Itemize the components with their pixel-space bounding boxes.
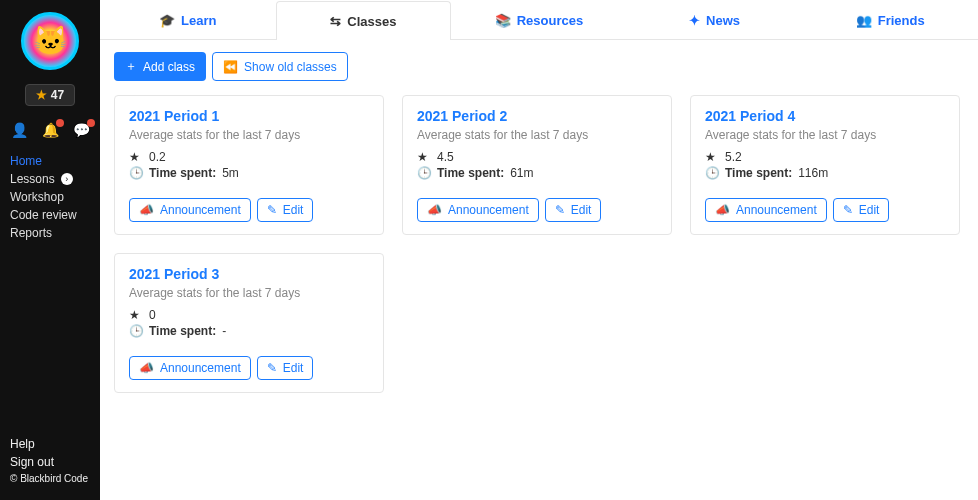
chevron-right-icon: › [61,173,73,185]
tab-learn[interactable]: 🎓Learn [100,0,276,39]
star-icon: ★ [129,150,143,164]
star-icon: ★ [129,308,143,322]
star-icon: ★ [705,150,719,164]
class-title[interactable]: 2021 Period 4 [705,108,945,124]
card-actions: 📣 Announcement ✎ Edit [417,198,657,222]
show-old-classes-button[interactable]: ⏪Show old classes [212,52,348,81]
clock-icon: 🕒 [129,166,143,180]
megaphone-icon: 📣 [139,203,154,217]
class-subtitle: Average stats for the last 7 days [129,286,369,300]
edit-button[interactable]: ✎ Edit [257,356,314,380]
points-badge[interactable]: ★ 47 [25,84,75,106]
top-icon-row: 👤 🔔 💬 [0,118,100,152]
megaphone-icon: 📣 [715,203,730,217]
profile-icon[interactable]: 👤 [11,122,28,138]
clock-icon: 🕒 [129,324,143,338]
tab-friends[interactable]: 👥Friends [802,0,978,39]
rating-value: 0.2 [149,150,166,164]
megaphone-icon: 📣 [427,203,442,217]
nav-signout[interactable]: Sign out [10,453,90,471]
toolbar: ＋Add class ⏪Show old classes [114,52,964,81]
rating-value: 5.2 [725,150,742,164]
tab-news[interactable]: ✦News [627,0,803,39]
pencil-icon: ✎ [843,203,853,217]
announcement-button[interactable]: 📣 Announcement [417,198,539,222]
class-card: 2021 Period 1 Average stats for the last… [114,95,384,235]
content: ＋Add class ⏪Show old classes 2021 Period… [100,40,978,405]
class-cards: 2021 Period 1 Average stats for the last… [114,95,964,393]
star-icon: ★ [417,150,431,164]
time-label: Time spent: [725,166,792,180]
time-value: 5m [222,166,239,180]
time-label: Time spent: [149,166,216,180]
time-value: - [222,324,226,338]
message-dot [87,119,95,127]
class-subtitle: Average stats for the last 7 days [417,128,657,142]
sidebar: ★ 47 👤 🔔 💬 Home Lessons › Workshop Code … [0,0,100,500]
nav-help[interactable]: Help [10,435,90,453]
announcement-button[interactable]: 📣 Announcement [129,198,251,222]
people-icon: 👥 [856,13,872,28]
tab-resources[interactable]: 📚Resources [451,0,627,39]
megaphone-icon: 📣 [139,361,154,375]
star-icon: ★ [36,88,47,102]
class-subtitle: Average stats for the last 7 days [705,128,945,142]
time-row: 🕒 Time spent: 116m [705,166,945,180]
time-row: 🕒 Time spent: - [129,324,369,338]
time-label: Time spent: [437,166,504,180]
class-title[interactable]: 2021 Period 1 [129,108,369,124]
time-value: 61m [510,166,533,180]
rating-value: 4.5 [437,150,454,164]
nav-home[interactable]: Home [10,152,90,170]
rewind-icon: ⏪ [223,60,238,74]
add-class-button[interactable]: ＋Add class [114,52,206,81]
rating-row: ★ 5.2 [705,150,945,164]
time-label: Time spent: [149,324,216,338]
card-actions: 📣 Announcement ✎ Edit [705,198,945,222]
avatar[interactable] [21,12,79,70]
class-card: 2021 Period 2 Average stats for the last… [402,95,672,235]
announcement-button[interactable]: 📣 Announcement [129,356,251,380]
nav-lessons[interactable]: Lessons › [10,170,90,188]
graduation-cap-icon: 🎓 [159,13,175,28]
class-title[interactable]: 2021 Period 3 [129,266,369,282]
plus-icon: ＋ [125,58,137,75]
points-value: 47 [51,88,64,102]
nav-list: Home Lessons › Workshop Code review Repo… [0,152,100,242]
books-icon: 📚 [495,13,511,28]
edit-button[interactable]: ✎ Edit [833,198,890,222]
announcement-button[interactable]: 📣 Announcement [705,198,827,222]
class-title[interactable]: 2021 Period 2 [417,108,657,124]
notification-dot [56,119,64,127]
sparkle-icon: ✦ [689,13,700,28]
pencil-icon: ✎ [555,203,565,217]
notifications-icon[interactable]: 🔔 [42,122,59,138]
card-actions: 📣 Announcement ✎ Edit [129,356,369,380]
rating-row: ★ 4.5 [417,150,657,164]
nav-reports[interactable]: Reports [10,224,90,242]
class-subtitle: Average stats for the last 7 days [129,128,369,142]
time-row: 🕒 Time spent: 61m [417,166,657,180]
class-card: 2021 Period 3 Average stats for the last… [114,253,384,393]
class-card: 2021 Period 4 Average stats for the last… [690,95,960,235]
clock-icon: 🕒 [705,166,719,180]
avatar-container [0,8,100,78]
pencil-icon: ✎ [267,361,277,375]
tab-classes[interactable]: ⇆Classes [276,1,452,40]
rating-row: ★ 0 [129,308,369,322]
tabs: 🎓Learn ⇆Classes 📚Resources ✦News 👥Friend… [100,0,978,40]
time-value: 116m [798,166,828,180]
nav-workshop[interactable]: Workshop [10,188,90,206]
messages-icon[interactable]: 💬 [73,122,90,138]
time-row: 🕒 Time spent: 5m [129,166,369,180]
pencil-icon: ✎ [267,203,277,217]
main: 🎓Learn ⇆Classes 📚Resources ✦News 👥Friend… [100,0,978,500]
edit-button[interactable]: ✎ Edit [545,198,602,222]
copyright: © Blackbird Code [10,471,90,486]
network-icon: ⇆ [330,14,341,29]
rating-row: ★ 0.2 [129,150,369,164]
rating-value: 0 [149,308,156,322]
nav-code-review[interactable]: Code review [10,206,90,224]
clock-icon: 🕒 [417,166,431,180]
edit-button[interactable]: ✎ Edit [257,198,314,222]
